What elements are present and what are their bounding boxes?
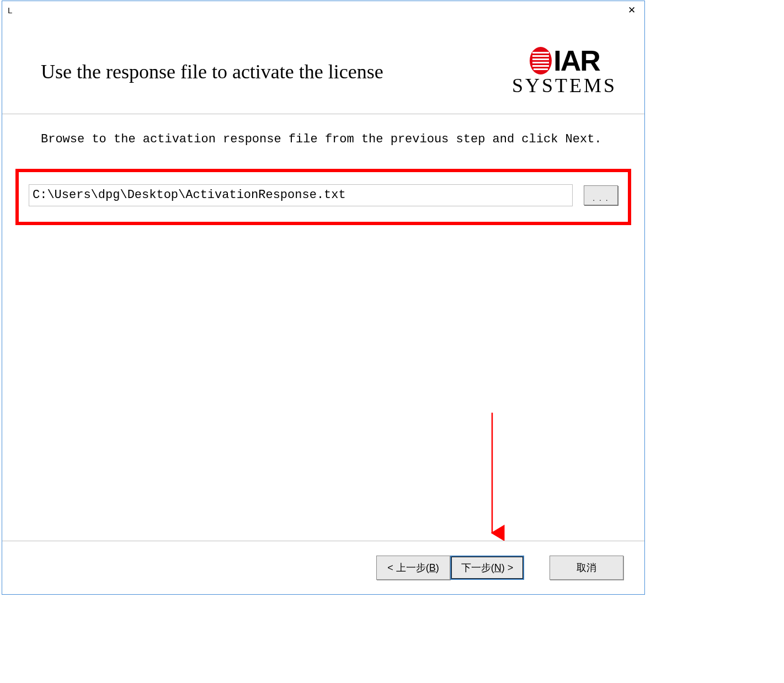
ellipsis-icon: . . . <box>593 194 609 202</box>
logo-text-iar: IAR <box>553 46 600 75</box>
next-label-suffix: ) > <box>502 562 514 574</box>
next-label-prefix: 下一步( <box>461 561 494 574</box>
instruction-text: Browse to the activation response file f… <box>2 114 644 148</box>
cancel-button[interactable]: 取消 <box>550 556 623 580</box>
close-button[interactable]: ✕ <box>619 1 644 19</box>
titlebar: L ✕ <box>2 1 644 19</box>
header: Use the response file to activate the li… <box>2 19 644 114</box>
svg-rect-3 <box>532 58 549 60</box>
content-area: Use the response file to activate the li… <box>2 19 644 225</box>
logo-text-systems: SYSTEMS <box>512 74 617 97</box>
svg-point-0 <box>530 47 552 74</box>
arrow-annotation <box>487 410 520 543</box>
svg-rect-1 <box>532 52 549 54</box>
cancel-label: 取消 <box>577 561 596 574</box>
iar-logo: IAR SYSTEMS <box>512 46 617 97</box>
back-label-suffix: ) <box>436 562 439 574</box>
svg-rect-4 <box>532 62 549 63</box>
dialog-window: L ✕ Use the response file to activate th… <box>2 1 645 595</box>
svg-rect-6 <box>534 68 548 70</box>
back-hotkey: B <box>429 562 436 574</box>
file-path-input[interactable] <box>29 184 573 206</box>
titlebar-letter: L <box>8 6 12 15</box>
next-button[interactable]: 下一步(N) > <box>450 556 524 580</box>
logo-top-row: IAR <box>529 46 600 75</box>
svg-rect-5 <box>532 65 549 67</box>
back-label-prefix: < 上一步( <box>387 561 429 574</box>
close-icon: ✕ <box>628 4 636 16</box>
page-title: Use the response file to activate the li… <box>41 60 383 83</box>
next-hotkey: N <box>494 562 502 574</box>
highlight-box: . . . <box>15 169 631 225</box>
browse-button[interactable]: . . . <box>584 185 618 205</box>
back-button[interactable]: < 上一步(B) <box>376 556 450 580</box>
footer: < 上一步(B) 下一步(N) > 取消 <box>2 541 644 594</box>
svg-rect-2 <box>532 55 549 57</box>
shield-icon <box>529 46 552 75</box>
